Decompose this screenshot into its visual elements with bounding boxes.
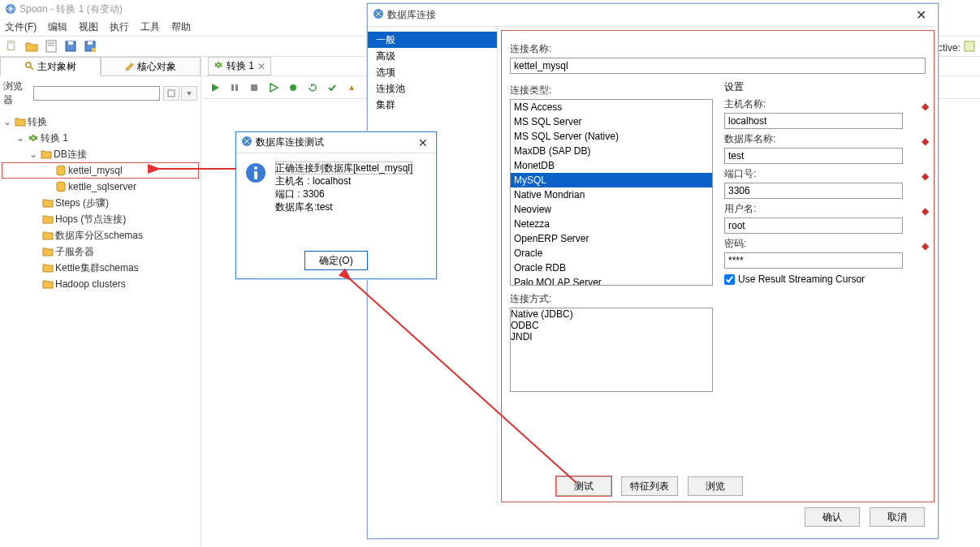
checkbox-input[interactable] xyxy=(724,274,735,285)
list-item[interactable]: OpenERP Server xyxy=(511,231,712,246)
list-item[interactable]: MS SQL Server xyxy=(511,114,712,129)
port-input[interactable] xyxy=(724,183,903,199)
browser-search-input[interactable] xyxy=(33,86,160,101)
user-input[interactable] xyxy=(724,218,903,234)
menu-edit[interactable]: 编辑 xyxy=(48,20,67,34)
tree-partition-schemas[interactable]: 数据库分区schemas xyxy=(2,227,199,243)
diamond-icon: ◆ xyxy=(922,240,929,252)
pwd-label: 密码: xyxy=(724,237,926,251)
browser-search-row: 浏览器 xyxy=(0,76,201,110)
browse-button[interactable]: 浏览 xyxy=(688,476,743,496)
save-icon[interactable] xyxy=(63,39,78,54)
list-item[interactable]: MS SQL Server (Native) xyxy=(511,129,712,144)
tree-kettel-mysql[interactable]: kettel_mysql xyxy=(2,162,199,179)
menu-file[interactable]: 文件(F) xyxy=(5,20,37,34)
alert-title: 数据库连接测试 xyxy=(256,136,415,149)
folder-icon xyxy=(13,117,28,127)
list-item[interactable]: MS Access xyxy=(511,100,712,114)
tree-root-transforms[interactable]: ⌄ 转换 xyxy=(2,114,199,130)
cancel-button[interactable]: 取消 xyxy=(870,507,925,527)
ok-button[interactable]: 确认 xyxy=(805,507,860,527)
svg-rect-18 xyxy=(235,84,238,91)
save-as-icon[interactable] xyxy=(83,39,97,54)
open-folder-icon[interactable] xyxy=(24,39,39,54)
menu-tools[interactable]: 工具 xyxy=(140,20,160,34)
nav-advanced[interactable]: 高级 xyxy=(368,48,497,64)
replay-icon[interactable] xyxy=(305,80,320,95)
tree-slave-servers[interactable]: 子服务器 xyxy=(2,243,199,260)
pwd-input[interactable] xyxy=(724,252,903,269)
explore-repo-icon[interactable] xyxy=(44,39,58,54)
tab-core-objects[interactable]: 核心对象 xyxy=(101,57,201,76)
debug-icon[interactable] xyxy=(286,80,300,95)
nav-cluster[interactable]: 集群 xyxy=(368,97,497,113)
list-item[interactable]: Oracle RDB xyxy=(511,261,712,275)
svg-rect-14 xyxy=(168,90,175,97)
test-button[interactable]: 测试 xyxy=(556,476,611,496)
expand-all-button[interactable] xyxy=(163,86,179,101)
alert-titlebar[interactable]: 数据库连接测试 ✕ xyxy=(236,132,436,153)
nav-general[interactable]: 一般 xyxy=(368,32,497,48)
list-item[interactable]: JNDI xyxy=(511,331,712,342)
svg-rect-11 xyxy=(965,41,974,51)
close-icon[interactable]: ✕ xyxy=(257,61,266,72)
pause-icon[interactable] xyxy=(227,80,242,95)
diamond-icon: ◆ xyxy=(922,170,929,182)
svg-rect-17 xyxy=(231,84,234,91)
close-icon[interactable]: ✕ xyxy=(909,7,933,23)
object-tree: ⌄ 转换 ⌄ 转换 1 ⌄ DB连接 kettel_mysql kettle_s… xyxy=(0,110,201,295)
tree-trans1[interactable]: ⌄ 转换 1 xyxy=(2,130,199,146)
list-item[interactable]: Oracle xyxy=(511,246,712,261)
tree-kettle-sqlserver[interactable]: kettle_sqlserver xyxy=(2,179,199,195)
tree-steps[interactable]: Steps (步骤) xyxy=(2,195,199,211)
nav-pool[interactable]: 连接池 xyxy=(368,80,497,97)
list-item[interactable]: MaxDB (SAP DB) xyxy=(511,144,712,158)
run-icon[interactable] xyxy=(208,80,222,95)
tree-hadoop-clusters[interactable]: Hadoop clusters xyxy=(2,276,199,292)
list-item[interactable]: Palo MOLAP Server xyxy=(511,275,712,286)
list-item-native-jdbc[interactable]: Native (JDBC) xyxy=(511,308,712,320)
alert-ok-button[interactable]: 确定(O) xyxy=(304,251,368,270)
database-icon xyxy=(54,165,68,176)
verify-icon[interactable] xyxy=(325,80,339,95)
tree-cluster-schemas[interactable]: Kettle集群schemas xyxy=(2,260,199,276)
list-item[interactable]: Neoview xyxy=(511,202,712,217)
list-item-mysql[interactable]: MySQL xyxy=(511,173,712,187)
menu-run[interactable]: 执行 xyxy=(110,20,129,34)
chevron-down-icon: ⌄ xyxy=(2,116,13,127)
conn-name-label: 连接名称: xyxy=(510,42,926,56)
db-test-result-dialog: 数据库连接测试 ✕ 正确连接到数据库[kettel_mysql] 主机名 : l… xyxy=(235,131,437,279)
db-name-input[interactable] xyxy=(724,148,903,164)
dialog-titlebar[interactable]: 数据库连接 ✕ xyxy=(368,4,938,27)
tree-hops[interactable]: Hops (节点连接) xyxy=(2,211,199,227)
app-icon xyxy=(5,3,16,15)
stream-cursor-checkbox[interactable]: Use Result Streaming Cursor xyxy=(724,274,926,285)
dialog-confirm-buttons: 确认 取消 xyxy=(805,507,925,527)
tree-db-connections[interactable]: ⌄ DB连接 xyxy=(2,146,199,162)
collapse-all-button[interactable] xyxy=(181,86,197,101)
list-item[interactable]: MonetDB xyxy=(511,158,712,173)
preview-icon[interactable] xyxy=(266,80,281,95)
conn-method-listbox[interactable]: Native (JDBC) ODBC JNDI xyxy=(510,308,713,392)
new-file-icon[interactable] xyxy=(5,39,19,54)
impact-icon[interactable] xyxy=(344,80,359,95)
stop-icon[interactable] xyxy=(247,80,261,95)
list-item[interactable]: Native Mondrian xyxy=(511,187,712,202)
list-item[interactable]: Netezza xyxy=(511,217,712,231)
menu-view[interactable]: 视图 xyxy=(79,20,98,34)
svg-rect-2 xyxy=(10,43,13,44)
dialog-main-panel: 连接名称: 连接类型: MS Access MS SQL Server MS S… xyxy=(501,30,935,502)
tab-object-tree[interactable]: 主对象树 xyxy=(0,57,101,76)
svg-rect-9 xyxy=(88,41,93,45)
feature-list-button[interactable]: 特征列表 xyxy=(621,476,678,496)
menu-help[interactable]: 帮助 xyxy=(171,20,191,34)
main-window-title: Spoon - 转换 1 (有变动) xyxy=(19,2,123,16)
editor-tab-trans1[interactable]: 转换 1 ✕ xyxy=(208,57,271,75)
close-icon[interactable]: ✕ xyxy=(415,136,431,149)
folder-icon xyxy=(41,214,55,224)
host-input[interactable] xyxy=(724,113,903,129)
list-item[interactable]: ODBC xyxy=(511,320,712,331)
conn-name-input[interactable] xyxy=(510,58,926,74)
conn-type-listbox[interactable]: MS Access MS SQL Server MS SQL Server (N… xyxy=(510,99,713,286)
nav-options[interactable]: 选项 xyxy=(368,64,497,80)
